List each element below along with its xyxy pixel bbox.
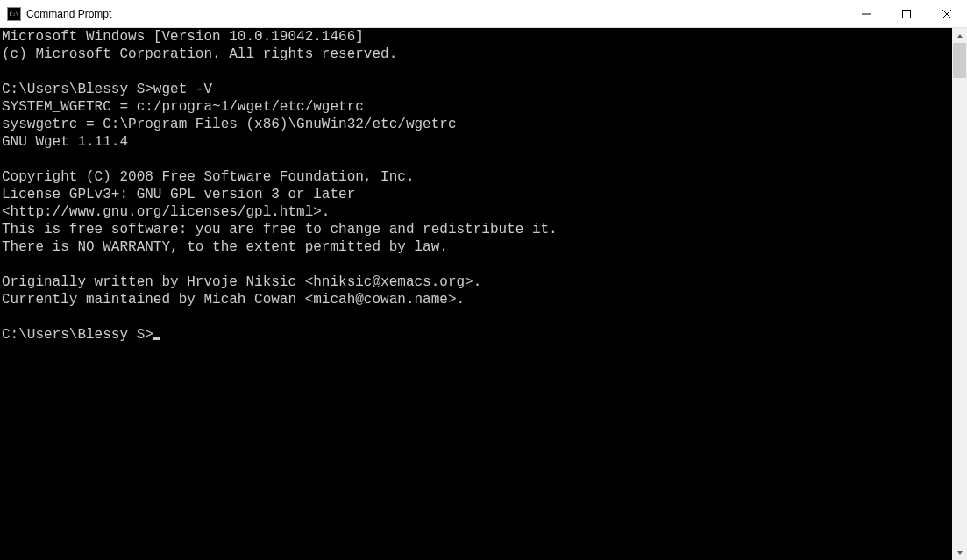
cursor	[153, 337, 160, 340]
close-icon	[942, 9, 952, 19]
terminal-line	[2, 308, 952, 326]
terminal-line: Currently maintained by Micah Cowan <mic…	[2, 291, 952, 308]
chevron-up-icon	[956, 32, 963, 39]
terminal-line: GNU Wget 1.11.4	[2, 133, 952, 151]
scroll-up-button[interactable]	[952, 28, 967, 43]
terminal-line	[2, 256, 952, 273]
maximize-button[interactable]	[886, 0, 927, 28]
terminal-line: License GPLv3+: GNU GPL version 3 or lat…	[2, 186, 952, 203]
vertical-scrollbar[interactable]	[952, 28, 967, 560]
window-title: Command Prompt	[26, 8, 111, 20]
terminal-line: C:\Users\Blessy S>	[2, 326, 952, 344]
app-icon	[7, 7, 21, 21]
scroll-down-button[interactable]	[952, 545, 967, 560]
chevron-down-icon	[956, 549, 963, 556]
terminal-line: SYSTEM_WGETRC = c:/progra~1/wget/etc/wge…	[2, 98, 952, 116]
terminal-line: Microsoft Windows [Version 10.0.19042.14…	[2, 28, 952, 46]
scroll-track[interactable]	[952, 43, 967, 545]
svg-marker-4	[957, 34, 963, 38]
client-area: Microsoft Windows [Version 10.0.19042.14…	[0, 28, 967, 560]
terminal-line: There is NO WARRANTY, to the extent perm…	[2, 238, 952, 256]
terminal-line: Copyright (C) 2008 Free Software Foundat…	[2, 168, 952, 186]
terminal-line: (c) Microsoft Corporation. All rights re…	[2, 46, 952, 63]
maximize-icon	[902, 10, 911, 18]
svg-marker-5	[957, 551, 963, 555]
terminal-output[interactable]: Microsoft Windows [Version 10.0.19042.14…	[0, 28, 952, 560]
svg-rect-1	[903, 10, 911, 18]
terminal-line: <http://www.gnu.org/licenses/gpl.html>.	[2, 203, 952, 221]
minimize-icon	[862, 10, 871, 18]
terminal-line	[2, 63, 952, 81]
scroll-thumb[interactable]	[953, 43, 966, 78]
terminal-line	[2, 151, 952, 168]
terminal-line: This is free software: you are free to c…	[2, 221, 952, 238]
close-button[interactable]	[927, 0, 967, 28]
terminal-line: Originally written by Hrvoje Niksic <hni…	[2, 273, 952, 291]
titlebar[interactable]: Command Prompt	[0, 0, 967, 28]
minimize-button[interactable]	[846, 0, 886, 28]
terminal-line: C:\Users\Blessy S>wget -V	[2, 81, 952, 98]
terminal-line: syswgetrc = C:\Program Files (x86)\GnuWi…	[2, 116, 952, 133]
